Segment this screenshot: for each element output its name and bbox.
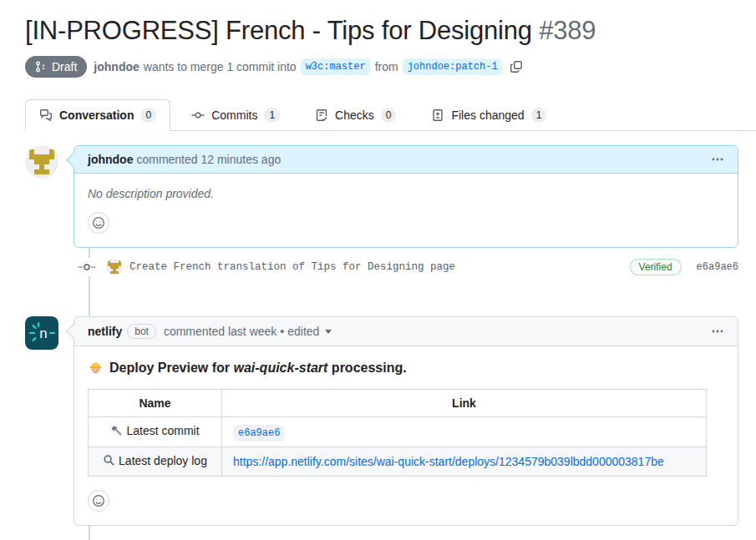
magnifier-icon bbox=[103, 454, 115, 467]
kebab-menu-icon[interactable] bbox=[711, 325, 724, 338]
draft-status-badge: Draft bbox=[25, 56, 87, 78]
tab-files-changed-label: Files changed bbox=[451, 109, 524, 122]
pr-author-link[interactable]: johndoe bbox=[94, 60, 139, 73]
tab-checks-label: Checks bbox=[335, 109, 374, 122]
table-header-name: Name bbox=[89, 390, 222, 417]
pr-page: [IN-PROGRESS] French - Tips for Designin… bbox=[0, 0, 756, 540]
avatar-netlify[interactable]: n bbox=[25, 316, 58, 350]
tab-files-changed-count: 1 bbox=[531, 108, 547, 123]
identicon-johndoe-small bbox=[106, 259, 123, 275]
commit-message-link[interactable]: Create French translation of Tips for De… bbox=[129, 261, 455, 273]
tab-checks-count: 0 bbox=[381, 108, 397, 123]
commit-sha-link[interactable]: e6a9ae6 bbox=[697, 261, 738, 273]
add-reaction-button[interactable] bbox=[88, 490, 109, 512]
draft-label: Draft bbox=[52, 60, 77, 73]
from-text: from bbox=[375, 60, 398, 73]
table-row-latest-commit: Latest commit e6a9ae6 bbox=[89, 417, 707, 447]
construction-worker-icon bbox=[88, 360, 104, 376]
git-commit-icon bbox=[191, 109, 205, 122]
chevron-down-icon bbox=[325, 330, 332, 334]
svg-text:n: n bbox=[39, 326, 47, 341]
deploy-preview-heading: Deploy Preview for wai-quick-start proce… bbox=[88, 360, 724, 376]
meta-dot: • bbox=[280, 325, 284, 338]
deploy-table: Name Link bbox=[88, 389, 707, 477]
tab-conversation-count: 0 bbox=[140, 108, 156, 123]
page-title: [IN-PROGRESS] French - Tips for Designin… bbox=[25, 15, 738, 46]
comment-meta-netlify: commented last week bbox=[164, 325, 277, 338]
comment-box-johndoe: johndoe commented 12 minutes ago No desc… bbox=[74, 145, 738, 248]
comment-caret bbox=[66, 152, 83, 169]
table-row-latest-deploy-log: Latest deploy log https://app.netlify.co… bbox=[89, 447, 707, 477]
edited-label: edited bbox=[287, 325, 319, 338]
pr-number: #389 bbox=[539, 16, 596, 45]
git-pull-request-draft-icon bbox=[35, 61, 47, 73]
avatar-johndoe[interactable] bbox=[25, 145, 58, 179]
deploy-heading-text: Deploy Preview for wai-quick-start proce… bbox=[109, 361, 407, 376]
bot-badge: bot bbox=[127, 324, 156, 339]
add-reaction-button[interactable] bbox=[88, 212, 109, 234]
deploy-log-url-link[interactable]: https://app.netlify.com/sites/wai-quick-… bbox=[233, 455, 664, 468]
comment-header-johndoe: johndoe commented 12 minutes ago bbox=[74, 146, 738, 174]
pr-meta-row: Draft johndoe wants to merge 1 commit in… bbox=[25, 56, 738, 78]
pr-title-text: [IN-PROGRESS] French - Tips for Designin… bbox=[25, 16, 532, 45]
no-description-text: No description provided. bbox=[88, 187, 724, 200]
comment-header-netlify: netlify bot commented last week • edited bbox=[74, 317, 738, 346]
file-diff-icon bbox=[431, 109, 444, 122]
comment-box-netlify: netlify bot commented last week • edited bbox=[74, 316, 738, 526]
comment-body-netlify: Deploy Preview for wai-quick-start proce… bbox=[74, 346, 738, 525]
pr-timeline: johndoe commented 12 minutes ago No desc… bbox=[25, 145, 738, 526]
tab-checks[interactable]: Checks 0 bbox=[301, 99, 410, 131]
commit-row: Create French translation of Tips for De… bbox=[25, 248, 738, 286]
row-name-latest-deploy-log: Latest deploy log bbox=[119, 454, 207, 467]
comment-author-netlify[interactable]: netlify bbox=[88, 325, 122, 338]
copy-branch-icon[interactable] bbox=[510, 60, 523, 73]
base-branch-label[interactable]: w3c:master bbox=[301, 58, 371, 75]
latest-commit-sha-link[interactable]: e6a9ae6 bbox=[233, 425, 285, 442]
site-name: wai-quick-start bbox=[234, 361, 328, 375]
comment-author-johndoe[interactable]: johndoe bbox=[88, 153, 133, 166]
comment-body-johndoe: No description provided. bbox=[74, 174, 738, 247]
merge-action-text: wants to merge 1 commit into bbox=[144, 60, 297, 73]
identicon-johndoe bbox=[25, 145, 58, 179]
checklist-icon bbox=[315, 109, 328, 122]
avatar-johndoe-small[interactable] bbox=[106, 259, 123, 275]
git-commit-icon bbox=[78, 258, 96, 276]
tab-commits-count: 1 bbox=[264, 108, 280, 123]
comment-netlify: n netlify bot commented last week bbox=[25, 316, 738, 526]
table-header-link: Link bbox=[222, 390, 707, 417]
hammer-icon bbox=[110, 425, 123, 437]
tab-conversation-label: Conversation bbox=[59, 109, 134, 122]
head-branch-label[interactable]: johndoe:patch-1 bbox=[403, 58, 503, 75]
tab-files-changed[interactable]: Files changed 1 bbox=[417, 99, 561, 131]
tab-commits-label: Commits bbox=[211, 109, 257, 122]
table-header-row: Name Link bbox=[89, 390, 707, 417]
comment-discussion-icon bbox=[39, 109, 53, 122]
tab-commits[interactable]: Commits 1 bbox=[177, 99, 294, 131]
netlify-logo-icon: n bbox=[25, 316, 58, 350]
tab-conversation[interactable]: Conversation 0 bbox=[25, 99, 170, 131]
verified-badge[interactable]: Verified bbox=[630, 259, 682, 275]
edited-dropdown[interactable]: edited bbox=[287, 325, 332, 338]
comment-johndoe: johndoe commented 12 minutes ago No desc… bbox=[25, 145, 738, 248]
comment-caret bbox=[66, 323, 83, 340]
kebab-menu-icon[interactable] bbox=[711, 153, 724, 166]
pr-tab-nav: Conversation 0 Commits 1 Checks 0 Files … bbox=[25, 99, 756, 131]
row-name-latest-commit: Latest commit bbox=[126, 424, 199, 437]
comment-meta-johndoe: commented 12 minutes ago bbox=[136, 153, 281, 166]
merge-summary: johndoe wants to merge 1 commit into w3c… bbox=[94, 58, 522, 75]
